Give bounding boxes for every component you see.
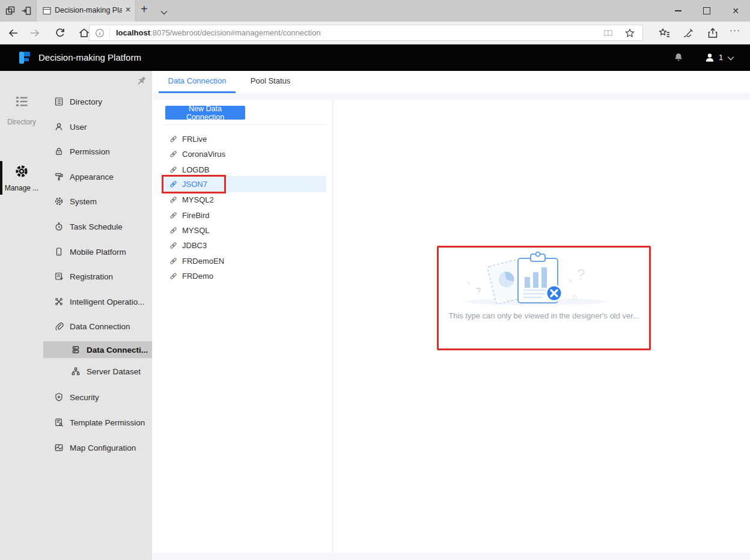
connection-item-frlive[interactable]: FRLive [162, 132, 326, 147]
sidebar-item-label: Directory [70, 97, 102, 106]
paperclip-icon [54, 321, 64, 331]
system-gear-icon [54, 196, 64, 206]
sidebar-item-template-permission[interactable]: Template Permission [43, 414, 152, 431]
sidebar-item-task-schedule[interactable]: Task Schedule [43, 218, 152, 235]
link-icon [169, 150, 177, 158]
window-close-button[interactable]: ✕ [721, 0, 750, 22]
site-info-icon[interactable] [95, 28, 105, 38]
close-icon: ✕ [732, 6, 739, 16]
notification-bell-icon[interactable] [673, 52, 684, 63]
connection-item-frdemoen[interactable]: FRDemoEN [162, 254, 326, 269]
manage-gear-icon [14, 164, 29, 178]
user-icon [54, 122, 64, 132]
directory-icon [54, 97, 64, 106]
sidebar-item-map-configuration[interactable]: Map Configuration [43, 439, 152, 456]
ink-pen-icon[interactable] [683, 27, 695, 39]
sidebar-item-security[interactable]: Security [43, 389, 152, 406]
connection-item-firebird[interactable]: FireBird [162, 208, 326, 223]
connection-item-mysql[interactable]: MYSQL [162, 223, 326, 238]
refresh-icon[interactable] [54, 27, 66, 39]
connection-item-jdbc3[interactable]: JDBC3 [162, 238, 326, 253]
directory-rail-icon [14, 95, 29, 108]
link-icon [169, 180, 177, 188]
link-icon [169, 135, 177, 143]
sidebar-item-label: User [70, 123, 87, 132]
set-tabs-aside-icon[interactable] [20, 4, 33, 17]
sidebar-item-server-dataset[interactable]: Server Dataset [43, 363, 152, 380]
template-permission-icon [54, 418, 64, 427]
registration-icon [54, 272, 64, 281]
rail-item-directory-label[interactable]: Directory [0, 118, 43, 126]
intelligent-operation-icon [54, 297, 64, 306]
tab-list-chevron-icon[interactable] [157, 6, 171, 19]
lock-icon [54, 147, 64, 156]
sidebar-item-appearance[interactable]: Appearance [43, 168, 152, 185]
sidebar-item-label: Permission [70, 147, 110, 156]
tab-preview-icon[interactable] [4, 4, 17, 17]
connection-name: JSON7 [182, 180, 207, 189]
connection-item-frdemo[interactable]: FRDemo [162, 269, 326, 284]
window-minimize-button[interactable] [663, 0, 692, 22]
url-host: localhost [116, 28, 150, 37]
sidebar-item-registration[interactable]: Registration [43, 268, 152, 285]
sidebar-item-label: Server Dataset [87, 367, 141, 376]
user-menu-chevron-icon[interactable] [727, 56, 734, 61]
rail-item-manage-label[interactable]: Manage ... [0, 184, 43, 192]
hub-favorites-icon[interactable] [659, 27, 671, 39]
minimize-icon [675, 10, 681, 11]
browser-tab[interactable]: Decision-making Platform ✕ [36, 0, 136, 22]
sidebar-item-label: Appearance [70, 172, 114, 181]
link-icon [169, 166, 177, 174]
sidebar-item-permission[interactable]: Permission [43, 143, 152, 160]
connection-item-logdb[interactable]: LOGDB [162, 162, 326, 177]
link-icon [169, 212, 177, 219]
stopwatch-icon [54, 222, 64, 231]
connection-item-coronavirus[interactable]: CoronaVirus [162, 147, 326, 162]
forward-icon[interactable] [29, 27, 41, 39]
reading-view-icon[interactable] [603, 28, 614, 38]
sidebar-item-label: System [70, 197, 97, 206]
browser-tab-strip: Decision-making Platform ✕ + ✕ [0, 0, 750, 22]
sidebar-item-data-connection-sub[interactable]: Data Connecti... [43, 341, 152, 358]
sidebar-item-data-connection[interactable]: Data Connection [43, 318, 152, 335]
question-mark-decoration: ? [476, 285, 481, 296]
tab-pool-status[interactable]: Pool Status [237, 71, 304, 91]
address-divider [109, 28, 110, 38]
rail-item-manage[interactable] [0, 164, 43, 178]
back-icon[interactable] [7, 27, 19, 39]
tab-bar: Data Connection Pool Status [153, 71, 750, 93]
unpin-sidebar-icon[interactable] [136, 76, 147, 86]
question-mark-decoration: ? [577, 266, 585, 282]
sidebar-item-user[interactable]: User [43, 118, 152, 135]
tab-data-connection[interactable]: Data Connection [159, 71, 236, 91]
connection-name: FRDemoEN [182, 257, 224, 266]
new-tab-button[interactable]: + [141, 2, 148, 16]
home-icon[interactable] [78, 27, 90, 39]
app-logo [18, 51, 31, 64]
url-path: :8075/webroot/decision#management/connec… [150, 28, 320, 37]
sidebar-item-label: Mobile Platform [70, 248, 126, 257]
sidebar-item-mobile-platform[interactable]: Mobile Platform [43, 243, 152, 260]
browser-toolbar: localhost:8075/webroot/decision#manageme… [0, 22, 750, 44]
sidebar-item-intelligent-operation[interactable]: Intelligent Operatio... [43, 293, 152, 310]
user-avatar-icon[interactable] [704, 52, 715, 63]
share-icon[interactable] [707, 27, 719, 39]
rail-item-directory[interactable] [0, 95, 43, 108]
sidebar-item-directory[interactable]: Directory [43, 93, 152, 110]
connection-name: FRDemo [182, 272, 213, 281]
empty-state-message: This type can only be viewed in the desi… [437, 311, 651, 320]
connection-item-mysql2[interactable]: MYSQL2 [162, 192, 326, 207]
window-maximize-button[interactable] [692, 0, 721, 22]
more-options-icon[interactable]: ··· [730, 25, 742, 37]
tab-close-icon[interactable]: ✕ [125, 5, 131, 14]
connection-name: MYSQL [182, 226, 210, 235]
connection-item-json7[interactable]: JSON7 [162, 176, 326, 192]
new-data-connection-button[interactable]: New Data Connection [165, 106, 245, 120]
sidebar-item-label: Task Schedule [70, 222, 123, 231]
connection-name: JDBC3 [182, 241, 207, 250]
address-bar[interactable]: localhost:8075/webroot/decision#manageme… [89, 25, 643, 41]
link-icon [169, 242, 177, 249]
map-configuration-icon [54, 443, 64, 452]
favorite-star-icon[interactable] [624, 28, 635, 38]
sidebar-item-system[interactable]: System [43, 193, 152, 210]
